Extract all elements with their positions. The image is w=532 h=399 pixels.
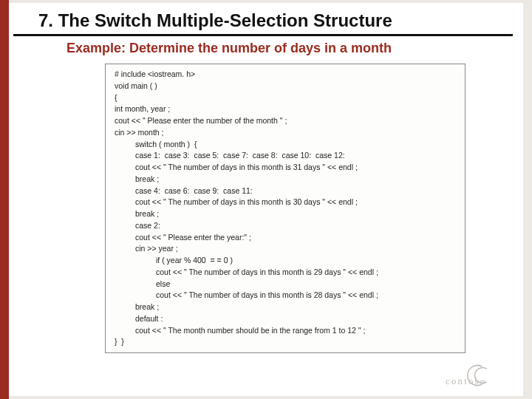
code-line: cout << " Please enter the number of the… xyxy=(115,115,457,127)
code-line: cout << " The number of days in this mon… xyxy=(115,290,457,301)
code-line: else xyxy=(115,279,457,290)
title-row: 7. The Switch Multiple-Selection Structu… xyxy=(13,3,513,36)
logo-text: contoso xyxy=(446,376,486,386)
contoso-logo: contoso xyxy=(443,362,510,389)
code-line: } } xyxy=(115,336,457,348)
code-line: cin >> year ; xyxy=(115,243,457,255)
code-line: { xyxy=(115,92,457,104)
code-example-box: # include <iostream. h> void main ( ) { … xyxy=(105,64,466,353)
code-line: case 4: case 6: case 9: case 11: xyxy=(115,185,457,197)
code-line: cout << " The number of days in this mon… xyxy=(115,162,457,174)
code-line: case 1: case 3: case 5: case 7: case 8: … xyxy=(115,150,457,162)
code-line: break ; xyxy=(115,174,457,185)
code-line: cin >> month ; xyxy=(115,127,457,139)
code-line: case 2: xyxy=(115,220,457,232)
code-line: # include <iostream. h> xyxy=(115,69,457,81)
accent-sidebar xyxy=(0,0,9,399)
code-line: cout << " The number of days in this mon… xyxy=(115,197,457,208)
code-line: break ; xyxy=(115,208,457,220)
code-line: void main ( ) xyxy=(115,81,457,92)
code-line: cout << " The month number should be in … xyxy=(115,325,457,337)
code-line: if ( year % 400 = = 0 ) xyxy=(115,255,457,267)
slide-subtitle: Example: Determine the number of days in… xyxy=(9,41,523,61)
code-line: int month, year ; xyxy=(115,103,457,115)
slide-title: 7. The Switch Multiple-Selection Structu… xyxy=(38,10,498,31)
code-line: cout << " Please enter the year:" ; xyxy=(115,232,457,244)
code-line: break ; xyxy=(115,301,457,313)
slide-body: 7. The Switch Multiple-Selection Structu… xyxy=(9,3,523,396)
code-line: switch ( month ) { xyxy=(115,139,457,151)
code-line: default : xyxy=(115,313,457,325)
code-line: cout << " The number of days in this mon… xyxy=(115,267,457,279)
